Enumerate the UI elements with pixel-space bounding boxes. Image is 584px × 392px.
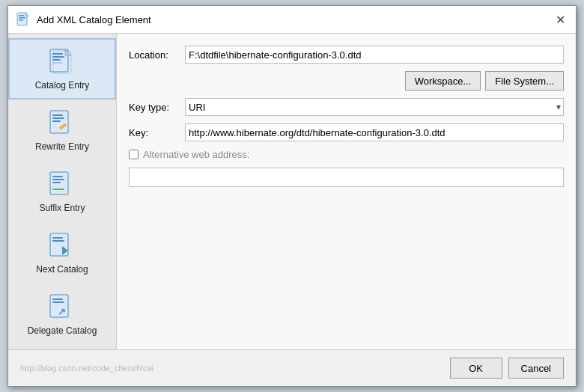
location-button-row: Workspace... File System...: [129, 71, 564, 91]
dialog-title: Add XML Catalog Element: [37, 14, 553, 25]
svg-rect-24: [52, 240, 64, 242]
location-label: Location:: [129, 49, 185, 61]
svg-text:↗: ↗: [58, 306, 66, 317]
svg-rect-7: [52, 56, 64, 58]
alt-address-checkbox[interactable]: [129, 150, 139, 159]
svg-rect-18: [52, 176, 63, 177]
alt-address-label: Alternative web address:: [143, 149, 249, 160]
delegate-catalog-icon: ↗: [47, 293, 77, 322]
svg-rect-13: [52, 114, 63, 116]
cancel-button[interactable]: Cancel: [508, 358, 564, 379]
next-catalog-icon: [47, 231, 77, 261]
main-form: Location: Workspace... File System... Ke…: [117, 34, 576, 349]
svg-rect-1: [19, 15, 24, 16]
svg-rect-27: [52, 298, 63, 300]
ok-button[interactable]: OK: [450, 358, 502, 379]
svg-rect-6: [52, 53, 63, 55]
sidebar-item-suffix-entry[interactable]: Suffix Entry: [8, 161, 116, 222]
title-bar: Add XML Catalog Element ✕: [8, 6, 576, 34]
key-input[interactable]: [185, 123, 564, 141]
sidebar-item-delegate-catalog[interactable]: ↗ Delegate Catalog: [8, 284, 116, 345]
svg-rect-8: [52, 59, 61, 61]
catalog-entry-icon: [47, 47, 77, 77]
add-xml-catalog-dialog: Add XML Catalog Element ✕ Catalog Entry: [7, 5, 577, 387]
rewrite-entry-icon: [47, 108, 77, 138]
alt-address-input[interactable]: [129, 168, 564, 187]
sidebar-item-rewrite-entry[interactable]: Rewrite Entry: [8, 99, 116, 161]
svg-rect-9: [52, 62, 63, 64]
svg-rect-14: [52, 117, 64, 119]
key-type-select[interactable]: URI Public ID System ID: [185, 98, 564, 116]
svg-rect-23: [52, 237, 63, 239]
sidebar-item-delegate-catalog-label: Delegate Catalog: [28, 325, 97, 336]
location-input[interactable]: [185, 46, 564, 64]
svg-rect-15: [52, 120, 61, 122]
svg-rect-28: [52, 301, 64, 303]
sidebar: Catalog Entry Rewrite Entry: [8, 34, 117, 349]
key-row: Key:: [129, 123, 564, 141]
sidebar-item-suffix-entry-label: Suffix Entry: [39, 203, 85, 213]
location-row: Location:: [129, 46, 564, 64]
filesystem-button[interactable]: File System...: [485, 71, 564, 91]
alt-address-row: Alternative web address:: [129, 149, 564, 160]
svg-rect-3: [19, 19, 23, 21]
sidebar-item-next-catalog[interactable]: Next Catalog: [8, 222, 116, 284]
dialog-icon: [16, 12, 31, 27]
sidebar-item-catalog-entry[interactable]: Catalog Entry: [8, 38, 116, 99]
dialog-body: Catalog Entry Rewrite Entry: [8, 34, 576, 349]
workspace-button[interactable]: Workspace...: [405, 71, 481, 91]
key-type-label: Key type:: [129, 102, 185, 113]
key-label: Key:: [129, 127, 185, 138]
svg-marker-4: [25, 13, 29, 16]
key-type-select-wrapper: URI Public ID System ID ▾: [185, 98, 564, 116]
watermark: http://blog.csdn.net/code_chenzhicai: [20, 364, 444, 373]
dialog-footer: http://blog.csdn.net/code_chenzhicai OK …: [8, 349, 576, 386]
sidebar-item-next-catalog-label: Next Catalog: [36, 264, 88, 275]
svg-rect-19: [52, 179, 64, 180]
sidebar-item-catalog-entry-label: Catalog Entry: [35, 80, 90, 91]
svg-rect-20: [52, 182, 61, 183]
sidebar-item-rewrite-entry-label: Rewrite Entry: [35, 141, 89, 152]
svg-rect-21: [52, 189, 64, 190]
close-button[interactable]: ✕: [553, 13, 568, 27]
suffix-entry-icon: [47, 170, 77, 200]
svg-rect-2: [19, 17, 25, 19]
key-type-row: Key type: URI Public ID System ID ▾: [129, 98, 564, 116]
